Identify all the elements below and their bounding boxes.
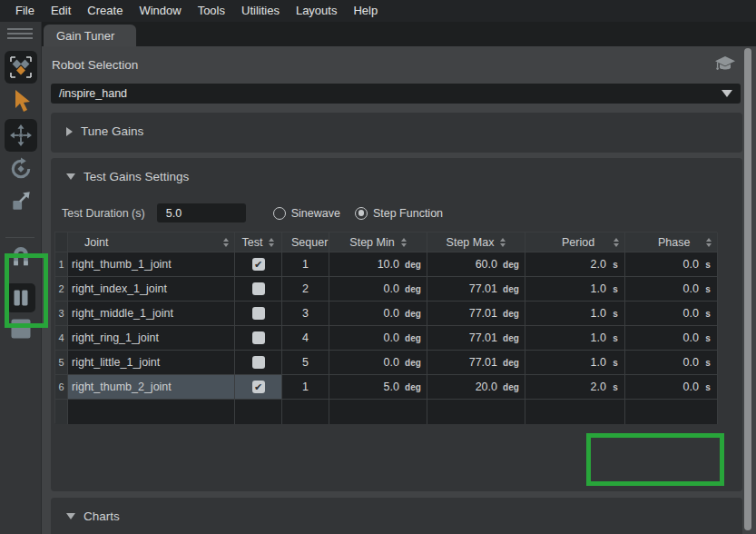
step-max-cell[interactable]: 77.01deg [427,302,525,326]
phase-header-label: Phase [658,236,690,249]
step-max-cell[interactable]: 60.0deg [427,252,525,277]
step-max-cell[interactable]: 20.0deg [427,375,525,400]
rotate-tool-icon[interactable] [7,154,34,183]
deg-unit-label: deg [399,284,427,294]
menu-tools[interactable]: Tools [190,0,233,22]
charts-title: Charts [83,509,120,523]
column-header-period[interactable]: Period [525,232,625,252]
test-checkbox[interactable] [252,331,265,344]
period-cell[interactable]: 2.0s [525,252,625,277]
deg-unit-label: deg [399,358,427,368]
charts-header[interactable]: Charts [51,498,742,523]
step-min-cell[interactable]: 0.0deg [329,351,427,375]
step-min-cell[interactable]: 5.0deg [329,375,427,400]
menu-create[interactable]: Create [79,0,131,22]
joint-name-cell[interactable]: right_ring_1_joint [68,326,235,351]
column-header-test[interactable]: Test [235,232,282,252]
tab-gain-tuner[interactable]: Gain Tuner [44,25,136,46]
sequence-cell[interactable]: 1 [282,375,329,400]
phase-cell[interactable]: 0.0s [625,351,718,375]
menu-utilities[interactable]: Utilities [233,0,288,22]
column-header-sequence[interactable]: Sequer [282,232,329,252]
menu-bar: File Edit Create Window Tools Utilities … [0,0,756,22]
menu-window[interactable]: Window [131,0,189,22]
phase-cell[interactable]: 0.0s [625,277,718,302]
sequence-cell[interactable]: 3 [282,302,329,326]
sec-unit-label: s [606,358,624,368]
period-cell[interactable]: 2.0s [525,375,625,400]
sequence-cell[interactable]: 5 [282,351,329,375]
step-min-header-label: Step Min [349,236,394,249]
column-header-step-min[interactable]: Step Min [329,232,427,252]
period-cell[interactable]: 1.0s [525,302,625,326]
column-header-phase[interactable]: Phase [625,232,718,252]
column-header-joint[interactable]: Joint [68,232,235,252]
test-gains-header[interactable]: Test Gains Settings [51,158,742,183]
step-min-cell[interactable]: 0.0deg [329,302,427,326]
period-cell[interactable]: 1.0s [525,326,625,351]
table-row: 1 right_thumb_1_joint ✔ 1 10.0deg 60.0de… [55,252,716,277]
sort-icon [614,238,619,247]
test-checkbox[interactable]: ✔ [252,381,265,393]
phase-value: 0.0 [683,331,699,344]
row-index[interactable]: 1 [55,252,68,277]
joint-name-cell[interactable]: right_middle_1_joint [68,302,235,326]
sequence-cell[interactable]: 4 [282,326,329,351]
sec-unit-label: s [606,284,624,294]
scale-tool-icon[interactable] [8,188,34,213]
period-cell[interactable]: 1.0s [525,277,625,302]
step-max-cell[interactable]: 77.01deg [427,277,525,302]
cursor-select-tool-icon[interactable] [9,87,33,114]
sequence-cell[interactable]: 2 [282,277,329,302]
step-min-cell[interactable]: 0.0deg [329,326,427,351]
tune-gains-header[interactable]: Tune Gains [51,113,742,138]
test-checkbox[interactable] [252,356,265,369]
annotation-highlight-playback [5,253,48,328]
row-index[interactable]: 2 [55,277,68,302]
phase-cell[interactable]: 0.0s [625,375,718,400]
radio-step-function[interactable]: Step Function [355,207,443,220]
test-checkbox[interactable] [252,307,265,320]
test-checkbox[interactable] [252,282,265,295]
step-min-cell[interactable]: 0.0deg [329,277,427,302]
sec-unit-label: s [699,333,717,343]
robot-select-dropdown[interactable]: /inspire_hand [51,84,741,104]
step-max-cell[interactable]: 77.01deg [427,351,525,375]
select-mode-icon[interactable] [5,51,37,84]
phase-value: 0.0 [683,356,699,369]
vertical-scrollbar[interactable] [744,48,751,530]
joint-name-cell[interactable]: right_thumb_1_joint [68,252,235,277]
row-index[interactable]: 4 [55,326,68,351]
test-duration-input[interactable] [157,203,246,222]
sort-icon [269,238,274,247]
sequence-cell[interactable]: 1 [282,252,329,277]
phase-cell[interactable]: 0.0s [625,252,718,277]
joint-name-cell[interactable]: right_index_1_joint [68,277,235,302]
expanded-arrow-icon [66,173,75,180]
row-index[interactable]: 3 [55,302,68,326]
row-index[interactable]: 5 [55,351,68,375]
column-header-step-max[interactable]: Step Max [427,232,525,252]
phase-cell[interactable]: 0.0s [625,326,718,351]
deg-unit-label: deg [497,260,525,270]
move-tool-icon[interactable] [5,119,37,152]
radio-sinewave[interactable]: Sinewave [273,207,340,220]
phase-value: 0.0 [683,381,699,393]
tutorial-button[interactable] [713,54,737,75]
phase-cell[interactable]: 0.0s [625,302,718,326]
step-min-cell[interactable]: 10.0deg [329,252,427,277]
table-row: 5 right_little_1_joint 5 0.0deg 77.01deg… [55,351,716,375]
test-checkbox[interactable]: ✔ [252,258,265,271]
joint-name-cell[interactable]: right_thumb_2_joint [68,375,235,400]
menu-edit[interactable]: Edit [43,0,79,22]
toolbar-menu-icon[interactable] [7,27,33,40]
menu-layouts[interactable]: Layouts [288,0,346,22]
period-cell[interactable]: 1.0s [525,351,625,375]
menu-help[interactable]: Help [345,0,386,22]
joint-name-cell[interactable]: right_little_1_joint [68,351,235,375]
menu-file[interactable]: File [7,0,43,22]
sort-icon [401,238,407,247]
test-cell [235,302,282,326]
row-index[interactable]: 6 [55,375,68,400]
step-max-cell[interactable]: 77.01deg [427,326,525,351]
